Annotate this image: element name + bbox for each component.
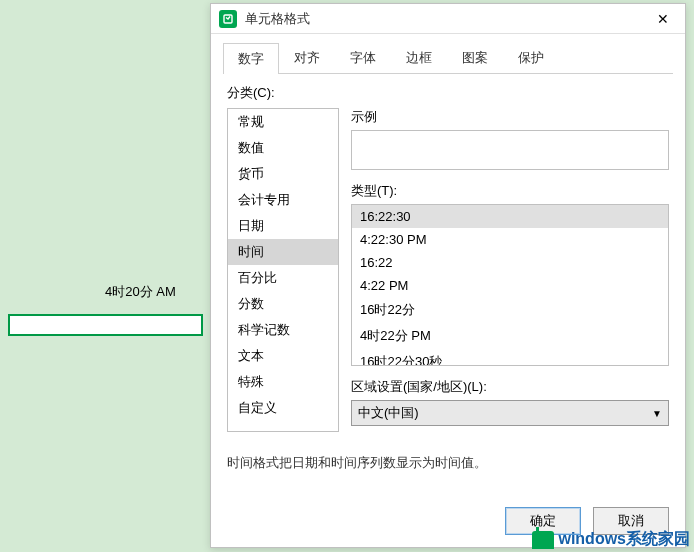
chevron-down-icon: ▼ (652, 408, 662, 419)
tab-bar: 数字对齐字体边框图案保护 (223, 42, 673, 74)
category-item[interactable]: 时间 (228, 239, 338, 265)
category-item[interactable]: 文本 (228, 343, 338, 369)
type-label: 类型(T): (351, 182, 669, 200)
category-item[interactable]: 日期 (228, 213, 338, 239)
example-label: 示例 (351, 108, 669, 126)
category-item[interactable]: 会计专用 (228, 187, 338, 213)
watermark-brand: windows系统家园 (558, 529, 690, 550)
category-item[interactable]: 常规 (228, 109, 338, 135)
type-item[interactable]: 16时22分 (352, 297, 668, 323)
type-list[interactable]: 16:22:304:22:30 PM16:224:22 PM16时22分4时22… (351, 204, 669, 366)
category-label: 分类(C): (227, 84, 669, 102)
spreadsheet-background: 4时20分 AM (0, 0, 210, 552)
tab-1[interactable]: 对齐 (279, 42, 335, 73)
type-item[interactable]: 4:22 PM (352, 274, 668, 297)
category-item[interactable]: 货币 (228, 161, 338, 187)
category-item[interactable]: 数值 (228, 135, 338, 161)
locale-label: 区域设置(国家/地区)(L): (351, 378, 669, 396)
type-item[interactable]: 4:22:30 PM (352, 228, 668, 251)
dialog-titlebar: 单元格格式 ✕ (211, 4, 685, 34)
type-item[interactable]: 16时22分30秒 (352, 349, 668, 366)
locale-value: 中文(中国) (358, 404, 419, 422)
tab-0[interactable]: 数字 (223, 43, 279, 74)
selected-cell[interactable] (8, 314, 203, 336)
dialog-title: 单元格格式 (245, 10, 647, 28)
cell-value: 4时20分 AM (105, 283, 176, 301)
category-item[interactable]: 特殊 (228, 369, 338, 395)
app-icon (219, 10, 237, 28)
tab-4[interactable]: 图案 (447, 42, 503, 73)
close-button[interactable]: ✕ (647, 7, 679, 31)
close-icon: ✕ (657, 11, 669, 27)
category-list[interactable]: 常规数值货币会计专用日期时间百分比分数科学记数文本特殊自定义 (227, 108, 339, 432)
watermark-icon (532, 531, 554, 549)
type-item[interactable]: 16:22 (352, 251, 668, 274)
type-item[interactable]: 4时22分 PM (352, 323, 668, 349)
category-item[interactable]: 自定义 (228, 395, 338, 421)
locale-combobox[interactable]: 中文(中国) ▼ (351, 400, 669, 426)
tab-5[interactable]: 保护 (503, 42, 559, 73)
category-item[interactable]: 科学记数 (228, 317, 338, 343)
tab-2[interactable]: 字体 (335, 42, 391, 73)
watermark: windows系统家园 (532, 529, 690, 550)
example-box (351, 130, 669, 170)
category-item[interactable]: 分数 (228, 291, 338, 317)
tab-3[interactable]: 边框 (391, 42, 447, 73)
cell-format-dialog: 单元格格式 ✕ 数字对齐字体边框图案保护 分类(C): 常规数值货币会计专用日期… (210, 3, 686, 548)
type-item[interactable]: 16:22:30 (352, 205, 668, 228)
format-description: 时间格式把日期和时间序列数显示为时间值。 (227, 454, 669, 472)
category-item[interactable]: 百分比 (228, 265, 338, 291)
